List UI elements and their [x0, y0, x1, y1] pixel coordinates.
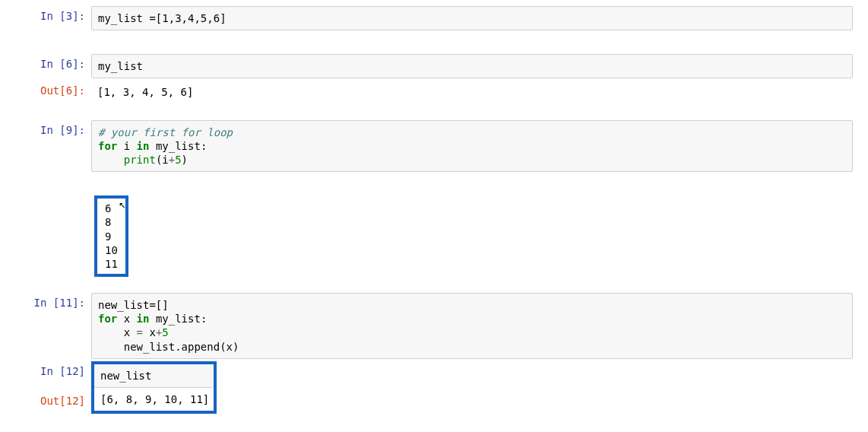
- input-prompt: In [12]: [8, 361, 91, 381]
- output-row: 6 8 9 10 11 ↖: [8, 195, 853, 277]
- code-cell: In [12] new_list [6, 8, 9, 10, 11]: [8, 361, 853, 414]
- cell-output: [6, 8, 9, 10, 11]: [94, 388, 214, 411]
- code-input[interactable]: # your first for loop for i in my_list: …: [91, 120, 853, 173]
- code-text: x: [143, 326, 156, 338]
- code-text: [98, 154, 124, 166]
- cell-output: 6 8 9 10 11: [100, 200, 122, 272]
- keyword-in: in: [137, 313, 150, 325]
- code-input[interactable]: new_list=[] for x in my_list: x = x+5 ne…: [91, 293, 853, 359]
- code-text: new_list.append(x): [98, 341, 239, 353]
- code-text: x: [117, 313, 136, 325]
- keyword-for: for: [98, 140, 117, 152]
- keyword-in: in: [137, 140, 150, 152]
- input-prompt: In [11]:: [8, 293, 91, 313]
- code-input[interactable]: my_list: [91, 54, 853, 78]
- code-text: ): [182, 154, 188, 166]
- output-prompt: Out[6]:: [8, 81, 91, 100]
- builtin-print: print: [124, 154, 156, 166]
- code-cell: In [11]: new_list=[] for x in my_list: x…: [8, 293, 853, 359]
- code-comment: # your first for loop: [98, 126, 233, 138]
- code-input[interactable]: new_list: [94, 364, 214, 388]
- code-text: my_list:: [149, 313, 207, 325]
- code-cell: In [3]: my_list =[1,3,4,5,6]: [8, 6, 853, 30]
- input-prompt: In [9]:: [8, 120, 91, 140]
- code-text: (i: [156, 154, 169, 166]
- code-op: +: [169, 154, 175, 166]
- output-prompt: Out[12]: [8, 391, 91, 411]
- code-number: 5: [162, 326, 168, 338]
- input-prompt: In [6]:: [8, 54, 91, 74]
- annotation-highlight-box: 6 8 9 10 11: [94, 195, 128, 277]
- code-input[interactable]: my_list =[1,3,4,5,6]: [91, 6, 853, 30]
- annotation-highlight-box: new_list [6, 8, 9, 10, 11]: [91, 361, 217, 414]
- cell-output: [1, 3, 4, 5, 6]: [91, 81, 853, 103]
- code-cell: In [9]: # your first for loop for i in m…: [8, 120, 853, 173]
- code-text: new_list=[]: [98, 299, 169, 311]
- code-text: i: [117, 140, 136, 152]
- keyword-for: for: [98, 313, 117, 325]
- code-op: =: [137, 326, 143, 338]
- input-prompt: In [3]:: [8, 6, 91, 26]
- code-number: 5: [175, 154, 181, 166]
- code-cell: In [6]: my_list: [8, 54, 853, 78]
- empty-prompt: [8, 195, 91, 202]
- code-text: x: [98, 326, 137, 338]
- code-text: my_list:: [149, 140, 207, 152]
- output-row: Out[6]: [1, 3, 4, 5, 6]: [8, 81, 853, 103]
